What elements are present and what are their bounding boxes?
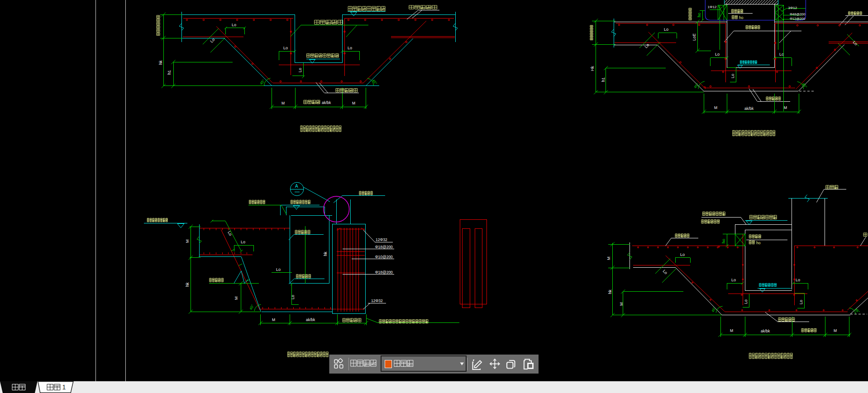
svg-text:hk: hk bbox=[608, 289, 612, 294]
svg-text:ak/bk: ak/bk bbox=[306, 317, 315, 322]
svg-text:ak/bk: ak/bk bbox=[761, 329, 770, 333]
svg-text:ho: ho bbox=[756, 241, 761, 245]
svg-text:ho: ho bbox=[697, 13, 701, 17]
svg-text:M: M bbox=[784, 105, 787, 110]
svg-text:Lo: Lo bbox=[680, 252, 685, 257]
svg-text:h1: h1 bbox=[601, 77, 606, 82]
svg-text:Lo: Lo bbox=[241, 240, 245, 244]
svg-text:ak/bk: ak/bk bbox=[744, 106, 754, 111]
svg-text:1: 1 bbox=[62, 384, 66, 391]
svg-text:Lo: Lo bbox=[731, 278, 736, 282]
svg-text:ho: ho bbox=[739, 15, 744, 20]
svg-text:M: M bbox=[185, 240, 190, 243]
svg-text:Lo: Lo bbox=[715, 52, 720, 57]
svg-text:ak/bk: ak/bk bbox=[322, 100, 331, 105]
svg-text:Φ18@200: Φ18@200 bbox=[375, 270, 393, 275]
svg-text:M: M bbox=[281, 101, 285, 105]
svg-text:Lo: Lo bbox=[283, 46, 288, 50]
svg-text:ho: ho bbox=[721, 239, 726, 243]
svg-text:Lo: Lo bbox=[348, 46, 352, 50]
svg-text:hk: hk bbox=[158, 60, 163, 65]
svg-text:M: M bbox=[730, 328, 733, 333]
svg-text:Φ12@200: Φ12@200 bbox=[790, 17, 805, 21]
svg-text:1Φ12: 1Φ12 bbox=[708, 5, 717, 9]
svg-text:M: M bbox=[234, 297, 238, 300]
svg-text:M: M bbox=[272, 317, 275, 322]
svg-text:M: M bbox=[619, 303, 624, 306]
svg-text:A: A bbox=[295, 184, 298, 189]
svg-text:M: M bbox=[606, 257, 611, 260]
svg-text:Φ10@200: Φ10@200 bbox=[375, 255, 393, 259]
svg-text:Lo: Lo bbox=[232, 23, 236, 27]
svg-text:LoE: LoE bbox=[692, 33, 696, 41]
svg-text:Hk: Hk bbox=[590, 66, 595, 71]
svg-text:M: M bbox=[352, 101, 355, 105]
svg-text:hk: hk bbox=[185, 282, 190, 287]
svg-text:Lo: Lo bbox=[730, 74, 735, 78]
svg-text:h1: h1 bbox=[167, 70, 172, 75]
svg-text:Φ48@200: Φ48@200 bbox=[790, 12, 805, 16]
svg-text:12Φ32: 12Φ32 bbox=[376, 237, 387, 242]
svg-text:3Φ12: 3Φ12 bbox=[788, 6, 797, 10]
svg-text:Lo: Lo bbox=[744, 299, 748, 304]
svg-text:12Φ32: 12Φ32 bbox=[371, 298, 383, 303]
svg-text:Lo: Lo bbox=[298, 68, 302, 72]
svg-text:M: M bbox=[834, 328, 837, 333]
svg-text:Lo: Lo bbox=[664, 27, 668, 32]
svg-text:hk: hk bbox=[323, 251, 328, 256]
svg-text:M: M bbox=[714, 105, 717, 110]
svg-text:Lo: Lo bbox=[291, 295, 295, 299]
svg-text:Lo: Lo bbox=[276, 267, 281, 272]
svg-text:Φ18@200: Φ18@200 bbox=[375, 245, 393, 249]
svg-text:Lo: Lo bbox=[799, 300, 803, 304]
svg-text:Lo: Lo bbox=[796, 278, 800, 282]
